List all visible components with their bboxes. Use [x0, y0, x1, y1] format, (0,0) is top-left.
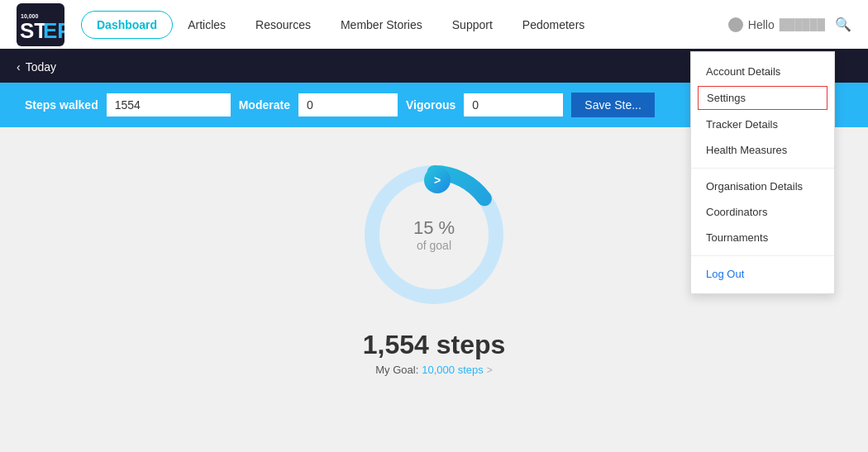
nav-dashboard[interactable]: Dashboard [81, 11, 173, 39]
vigorous-label: Vigorous [406, 98, 455, 112]
dropdown-health-measures[interactable]: Health Measures [691, 137, 834, 163]
user-avatar-icon [728, 17, 743, 32]
nav-pedometers[interactable]: Pedometers [508, 12, 599, 38]
svg-text:EPS: EPS [43, 18, 64, 43]
percent-text: 15 % [413, 217, 455, 239]
user-dropdown-menu: Account Details Settings Tracker Details… [690, 51, 835, 294]
dropdown-logout[interactable]: Log Out [691, 261, 834, 287]
nav-resources[interactable]: Resources [241, 12, 326, 38]
steps-walked-input[interactable] [107, 93, 231, 117]
hello-text: Hello ██████ [728, 17, 825, 32]
nav-support[interactable]: Support [437, 12, 508, 38]
dropdown-coordinators[interactable]: Coordinators [691, 199, 834, 225]
my-goal-label: My Goal: [375, 364, 418, 376]
nav-articles[interactable]: Articles [173, 12, 241, 38]
goal-arrow-icon: > [487, 364, 493, 376]
dropdown-divider-2 [691, 255, 834, 256]
dropdown-organisation-details[interactable]: Organisation Details [691, 174, 834, 199]
back-arrow-icon: ‹ [17, 60, 21, 74]
moderate-label: Moderate [239, 98, 290, 112]
goal-line: My Goal: 10,000 steps > [375, 364, 492, 376]
dropdown-tournaments[interactable]: Tournaments [691, 225, 834, 250]
moderate-input[interactable] [298, 93, 398, 117]
header: 10,000 ST EPS Dashboard Articles Resourc… [0, 0, 868, 51]
back-button[interactable]: ‹ Today [17, 60, 56, 74]
hello-label: Hello [748, 18, 775, 31]
donut-arrow-button[interactable]: > [424, 167, 451, 193]
dropdown-settings[interactable]: Settings [698, 86, 827, 110]
logo[interactable]: 10,000 ST EPS [17, 3, 64, 46]
vigorous-input[interactable] [464, 93, 563, 117]
today-label: Today [26, 60, 56, 74]
save-steps-button[interactable]: Save Ste... [571, 93, 654, 117]
dropdown-divider-1 [691, 168, 834, 169]
dropdown-tracker-details[interactable]: Tracker Details [691, 112, 834, 137]
donut-center: 15 % of goal [413, 217, 455, 252]
nav-member-stories[interactable]: Member Stories [326, 12, 437, 38]
donut-chart: > 15 % of goal [351, 152, 517, 317]
steps-walked-label: Steps walked [25, 98, 98, 112]
username-label: ██████ [780, 18, 825, 31]
goal-value-link[interactable]: 10,000 steps [422, 364, 483, 376]
goal-text: of goal [413, 239, 455, 252]
search-icon[interactable]: 🔍 [835, 17, 851, 32]
header-right: Hello ██████ 🔍 [728, 17, 851, 32]
steps-count: 1,554 steps [363, 330, 506, 360]
main-nav: Dashboard Articles Resources Member Stor… [81, 11, 728, 39]
dropdown-account-details[interactable]: Account Details [691, 59, 834, 84]
